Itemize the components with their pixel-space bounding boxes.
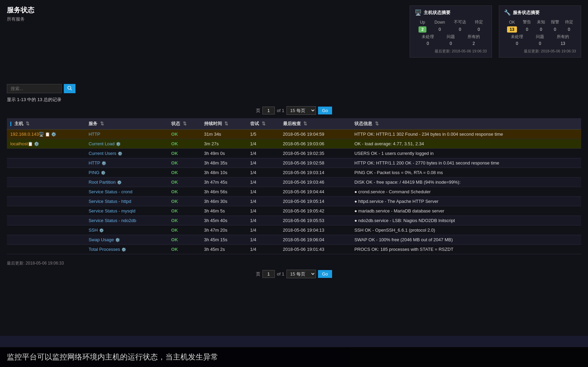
service-action-icon[interactable]: ⚙️: [121, 247, 126, 252]
cell-duration: 3h 47m 20s: [201, 225, 247, 235]
host-icon: 🖥️: [415, 9, 422, 16]
cell-duration: 3h 46m 30s: [201, 197, 247, 206]
col-host[interactable]: 主机 ⇅: [7, 118, 85, 130]
table-row: Root Partition⚙️OK3h 47m 45s1/42018-05-0…: [7, 178, 581, 187]
cell-attempts: 1/4: [247, 245, 280, 254]
service-action-icon[interactable]: ⚙️: [102, 161, 106, 165]
cell-status: OK: [168, 235, 201, 245]
per-page-select-bottom[interactable]: 15 每页 25 每页 50 每页 100 每页: [286, 270, 316, 278]
cell-last-check: 2018-05-06 19:04:44: [280, 187, 351, 197]
page-input-top[interactable]: [262, 107, 275, 114]
cell-last-check: 2018-05-06 19:01:43: [280, 245, 351, 254]
main-container: 服务状态 所有服务 🖥️ 主机状态摘要 Up Down 不可达 待定: [0, 0, 588, 336]
service-link[interactable]: Service Status - httpd: [89, 199, 131, 204]
col-statusinfo[interactable]: 状态信息 ⇅: [351, 118, 581, 130]
service-action-icon[interactable]: ⚙️: [101, 171, 106, 175]
service-link[interactable]: Current Load: [89, 141, 115, 146]
cell-duration: 3h 48m 35s: [201, 158, 247, 168]
service-link[interactable]: Service Status - ndo2db: [89, 218, 136, 223]
col-duration[interactable]: 持续时间 ⇅: [201, 118, 247, 130]
col-service[interactable]: 服务 ⇅: [85, 118, 168, 130]
table-row: SSH⚙️OK3h 47m 20s1/42018-05-06 19:04:13S…: [7, 225, 581, 235]
host-val-pending[interactable]: 0: [471, 26, 487, 33]
host-sub-problems-label: 问题: [441, 33, 460, 40]
host-icon1[interactable]: 🖥️: [39, 132, 44, 137]
service-link[interactable]: HTTP: [89, 132, 100, 137]
service-link[interactable]: Current Users: [89, 151, 116, 156]
cell-last-check: 2018-05-06 19:02:58: [280, 158, 351, 168]
svc-val-pending[interactable]: 0: [562, 26, 576, 33]
service-action-icon[interactable]: ⚙️: [116, 142, 121, 146]
host-val-up[interactable]: 2: [415, 26, 430, 33]
cell-last-check: 2018-05-06 19:04:59: [280, 130, 351, 139]
svc-sub-unhandled-label: 未处理: [504, 33, 530, 40]
service-action-icon[interactable]: ⚙️: [115, 238, 120, 242]
cell-duration: 3h 45m 40s: [201, 216, 247, 225]
svc-val-unknown[interactable]: 0: [534, 26, 548, 33]
service-link[interactable]: PING: [89, 170, 99, 175]
attempts-sort-icon: ⇅: [262, 121, 266, 126]
cell-attempts: 1/4: [247, 158, 280, 168]
cell-host: [7, 245, 85, 254]
cell-status-info: PROCS OK: 185 processes with STATE = RSZ…: [351, 245, 581, 254]
col-status[interactable]: 状态 ⇅: [168, 118, 201, 130]
host-col-down: Down: [430, 19, 449, 26]
service-action-icon[interactable]: ⚙️: [99, 228, 104, 232]
col-lastcheck[interactable]: 最后检查 ⇅: [280, 118, 351, 130]
svc-sub-all-label: 所有的: [550, 33, 576, 40]
duration-sort-icon: ⇅: [224, 121, 228, 126]
host-link[interactable]: 192.168.0.143: [10, 132, 39, 137]
bottom-pagination-bar: 页 of 1 15 每页 25 每页 50 每页 100 每页 Go: [7, 270, 581, 278]
service-action-icon[interactable]: ⚙️: [117, 180, 122, 184]
service-link[interactable]: Swap Usage: [89, 237, 114, 242]
cell-attempts: 1/4: [247, 225, 280, 235]
host-icon2[interactable]: ⚙️: [34, 142, 39, 146]
page-label: 页: [256, 108, 260, 114]
cell-duration: 3h 49m 0s: [201, 149, 247, 158]
service-link[interactable]: Service Status - mysqld: [89, 208, 136, 213]
service-link[interactable]: Service Status - crond: [89, 189, 132, 194]
go-button-bottom[interactable]: Go: [318, 270, 332, 278]
service-action-icon[interactable]: ⚙️: [118, 151, 122, 156]
col-attempts[interactable]: 尝试 ⇅: [247, 118, 280, 130]
search-button[interactable]: [64, 84, 75, 93]
host-col-unreachable: 不可达: [449, 19, 471, 26]
footer-update: 最后更新: 2018-05-06 19:06:33: [7, 258, 581, 266]
svc-val-ok[interactable]: 13: [504, 26, 520, 33]
cell-attempts: 1/4: [247, 197, 280, 206]
table-row: Service Status - httpdOK3h 46m 30s1/4201…: [7, 197, 581, 206]
cell-status-info: OK - load average: 4.77, 3.51, 2.34: [351, 139, 581, 149]
host-icon1[interactable]: 📋: [28, 142, 33, 146]
cell-status-info: PING OK - Packet loss = 0%, RTA = 0.08 m…: [351, 168, 581, 178]
host-sub-unhandled-label: 未处理: [415, 33, 441, 40]
host-summary-table: Up Down 不可达 待定 2 0 0 0: [415, 19, 487, 47]
cell-service: SSH⚙️: [85, 225, 168, 235]
host-link[interactable]: localhost: [10, 141, 28, 146]
cell-duration: 3m 27s: [201, 139, 247, 149]
table-row: 192.168.0.143 🖥️📋⚙️HTTPOK31m 34s1/52018-…: [7, 130, 581, 139]
header-left-bar: [10, 122, 11, 126]
svc-val-warn[interactable]: 0: [520, 26, 534, 33]
cell-host: 192.168.0.143 🖥️📋⚙️: [7, 130, 85, 139]
cell-last-check: 2018-05-06 19:04:13: [280, 225, 351, 235]
service-link[interactable]: Total Processes: [89, 247, 120, 252]
cell-host: [7, 149, 85, 158]
cell-service: Root Partition⚙️: [85, 178, 168, 187]
host-sub-problems-val: 0: [441, 40, 460, 47]
host-icon3[interactable]: ⚙️: [51, 132, 56, 137]
page-input-bottom[interactable]: [262, 270, 275, 278]
cell-service: PING⚙️: [85, 168, 168, 178]
cell-status: OK: [168, 225, 201, 235]
cell-status-info: SSH OK - OpenSSH_6.6.1 (protocol 2.0): [351, 225, 581, 235]
service-link[interactable]: SSH: [89, 228, 98, 233]
host-icon2[interactable]: 📋: [45, 132, 50, 137]
host-val-unreachable[interactable]: 0: [449, 26, 471, 33]
go-button-top[interactable]: Go: [318, 107, 332, 114]
search-input[interactable]: [7, 84, 62, 93]
svc-val-critical[interactable]: 0: [548, 26, 562, 33]
per-page-select-top[interactable]: 15 每页 25 每页 50 每页 100 每页: [286, 106, 316, 115]
service-link[interactable]: Root Partition: [89, 180, 116, 185]
service-link[interactable]: HTTP: [89, 160, 100, 166]
cell-service: HTTP: [85, 130, 168, 139]
host-val-down[interactable]: 0: [430, 26, 449, 33]
